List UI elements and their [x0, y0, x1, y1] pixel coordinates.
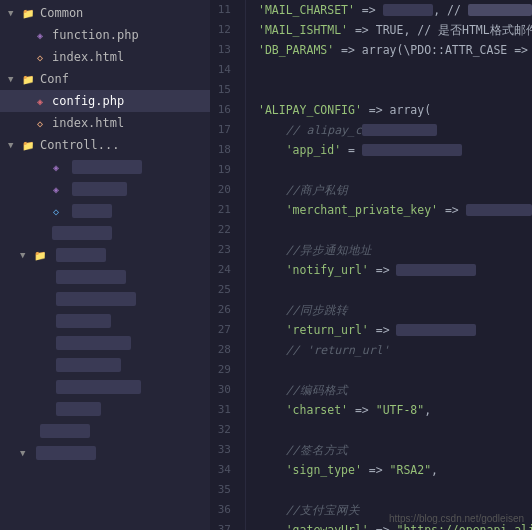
code-line: 'MAIL_CHARSET' => , //: [258, 0, 532, 20]
code-line: [258, 280, 532, 300]
blurred-label: [72, 160, 142, 174]
sidebar-item-index-html-common[interactable]: ◇ index.html: [0, 46, 210, 68]
sidebar-item-blurred-1[interactable]: ◈: [0, 156, 210, 178]
sidebar-item-blurred-2[interactable]: ◈: [0, 178, 210, 200]
blurred-label: [56, 248, 106, 262]
sidebar-item-blurred-6[interactable]: [0, 288, 210, 310]
code-line: [258, 480, 532, 500]
arrow-icon: ▼: [8, 8, 20, 18]
folder-icon: 📁: [20, 137, 36, 153]
code-line: 'MAIL_ISHTML' => TRUE, // 是否HTML格式邮件: [258, 20, 532, 40]
token: //签名方式: [258, 440, 348, 460]
code-line: 'return_url' =>: [258, 320, 532, 340]
code-area: 11 12 13 14 15 16 17 18 19 20 21 22 23 2…: [210, 0, 532, 530]
token: //异步通知地址: [258, 240, 372, 260]
sidebar-item-blurred-11[interactable]: [0, 398, 210, 420]
sidebar-item-blurred-4[interactable]: [0, 222, 210, 244]
line-num: 31: [210, 400, 237, 420]
line-num: 16: [210, 100, 237, 120]
sidebar-item-logic[interactable]: ▼ 📁: [0, 244, 210, 266]
sidebar-item-label: index.html: [52, 116, 124, 130]
line-num: 28: [210, 340, 237, 360]
blurred-token: [383, 4, 433, 16]
line-num: 26: [210, 300, 237, 320]
blurred-label: [36, 446, 96, 460]
line-num: 27: [210, 320, 237, 340]
code-line: // alipay_c: [258, 120, 532, 140]
code-line: 'app_id' =: [258, 140, 532, 160]
code-line: //同步跳转: [258, 300, 532, 320]
token: 'return_url': [258, 320, 369, 340]
php-icon: ◈: [48, 159, 64, 175]
sidebar-item-blurred-8[interactable]: [0, 332, 210, 354]
blurred-token: [468, 4, 532, 16]
line-num: 35: [210, 480, 237, 500]
blurred-token: [466, 204, 532, 216]
conf-icon: ◈: [32, 93, 48, 109]
sidebar-item-blurred-3[interactable]: ◇: [0, 200, 210, 222]
token: =>: [369, 320, 397, 340]
token: //编码格式: [258, 380, 348, 400]
arrow-icon: ▼: [20, 250, 32, 260]
blurred-label: [72, 204, 112, 218]
token: 'sign_type': [258, 460, 362, 480]
code-line: [258, 360, 532, 380]
sidebar-item-label: index.html: [52, 50, 124, 64]
watermark: https://blog.csdn.net/godleisen: [389, 513, 524, 524]
token: 'MAIL_ISHTML': [258, 20, 348, 40]
line-num: 33: [210, 440, 237, 460]
sidebar-item-config-php[interactable]: ◈ config.php: [0, 90, 210, 112]
token: =>: [362, 460, 390, 480]
sidebar-item-common[interactable]: ▼ 📁 Common: [0, 2, 210, 24]
sidebar-item-blurred-ic[interactable]: [0, 420, 210, 442]
token: =>: [369, 260, 397, 280]
line-num: 14: [210, 60, 237, 80]
file-icon: ◇: [48, 203, 64, 219]
sidebar-item-conf[interactable]: ▼ 📁 Conf: [0, 68, 210, 90]
file-tree[interactable]: ▼ 📁 Common ◈ function.php ◇ index.html ▼…: [0, 0, 210, 530]
sidebar-item-label: Common: [40, 6, 83, 20]
sidebar-item-blurred-9[interactable]: [0, 354, 210, 376]
blurred-label: [52, 226, 112, 240]
token: "UTF-8": [376, 400, 424, 420]
token: "RSA2": [390, 460, 432, 480]
token: 'gatewayUrl': [258, 520, 369, 530]
token: // alipay_c: [258, 120, 362, 140]
sidebar-item-blurred-5[interactable]: [0, 266, 210, 288]
code-line: 'notify_url' =>: [258, 260, 532, 280]
sidebar-item-ssmoc[interactable]: ▼: [0, 442, 210, 464]
token: =: [341, 140, 362, 160]
code-line: 'merchant_private_key' =>: [258, 200, 532, 220]
code-line: [258, 60, 532, 80]
token: 'ALIPAY_CONFIG': [258, 100, 362, 120]
sidebar-item-controll[interactable]: ▼ 📁 Controll...: [0, 134, 210, 156]
code-line: [258, 160, 532, 180]
line-num: 29: [210, 360, 237, 380]
blurred-label: [56, 292, 136, 306]
sidebar-item-label: Controll...: [40, 138, 119, 152]
code-line: [258, 80, 532, 100]
token: 'charset': [258, 400, 348, 420]
token: =>: [348, 400, 376, 420]
folder-icon: 📁: [32, 247, 48, 263]
line-num: 37: [210, 520, 237, 530]
blurred-label: [56, 358, 121, 372]
code-line: //签名方式: [258, 440, 532, 460]
token: 'app_id': [258, 140, 341, 160]
blurred-label: [40, 424, 90, 438]
line-num: 17: [210, 120, 237, 140]
sidebar-item-blurred-10[interactable]: [0, 376, 210, 398]
token: // 'return_url': [258, 340, 390, 360]
folder-icon: 📁: [20, 5, 36, 21]
sidebar-item-label: Conf: [40, 72, 69, 86]
sidebar-item-function-php[interactable]: ◈ function.php: [0, 24, 210, 46]
line-num: 19: [210, 160, 237, 180]
blurred-label: [56, 336, 131, 350]
line-num: 30: [210, 380, 237, 400]
sidebar-item-index-html-conf[interactable]: ◇ index.html: [0, 112, 210, 134]
code-line: //商户私钥: [258, 180, 532, 200]
blurred-label: [56, 380, 141, 394]
code-content: 'MAIL_CHARSET' => , // 'MAIL_ISHTML' => …: [246, 0, 532, 530]
line-num: 13: [210, 40, 237, 60]
sidebar-item-blurred-7[interactable]: [0, 310, 210, 332]
